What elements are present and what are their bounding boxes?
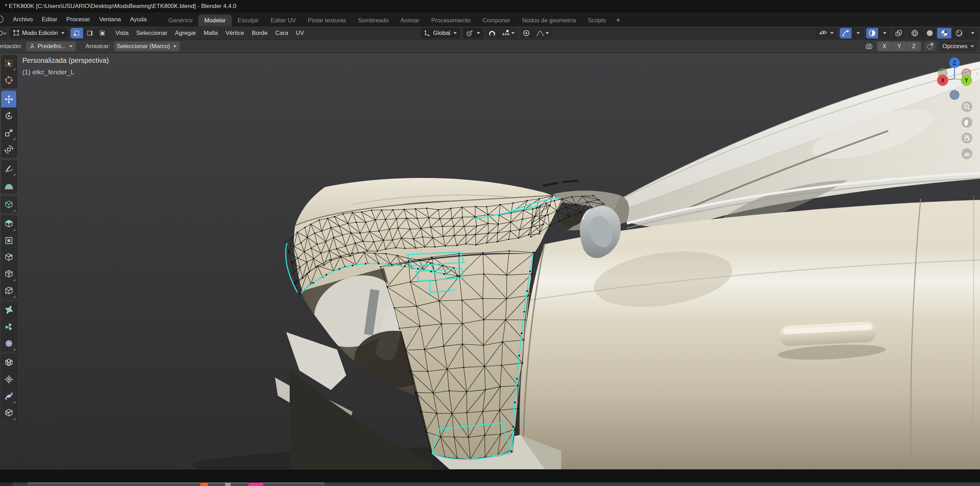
menu-ayuda[interactable]: Ayuda bbox=[126, 13, 151, 26]
gizmos-dropdown[interactable] bbox=[851, 28, 864, 38]
chevron-down-icon bbox=[511, 32, 515, 34]
tool-annotate[interactable] bbox=[1, 160, 16, 177]
svg-text:X: X bbox=[941, 78, 945, 83]
menu-procesar[interactable]: Procesar bbox=[62, 13, 95, 26]
tool-extrude-region[interactable] bbox=[1, 215, 16, 232]
falloff-curve-icon bbox=[536, 30, 545, 37]
tool-move[interactable] bbox=[1, 91, 16, 108]
blender-logo-icon[interactable] bbox=[0, 15, 3, 23]
show-hide-dropdown[interactable] bbox=[816, 28, 837, 38]
tool-transform[interactable] bbox=[1, 141, 16, 158]
tool-add-cube[interactable] bbox=[1, 196, 16, 213]
viewport-menu-seleccionar[interactable]: Seleccionar bbox=[133, 26, 171, 40]
proportional-falloff-dropdown[interactable] bbox=[532, 28, 552, 38]
gizmos-toggle[interactable] bbox=[840, 28, 851, 38]
overlays-toggle[interactable] bbox=[866, 28, 878, 38]
tool-select-box[interactable] bbox=[1, 55, 16, 71]
workspace-tab-nodos-de-geometría[interactable]: Nodos de geometría bbox=[516, 15, 582, 26]
taskbar-app-gray[interactable] bbox=[225, 483, 231, 486]
tool-rotate[interactable] bbox=[1, 108, 16, 124]
viewport-menu-cara[interactable]: Cara bbox=[272, 26, 292, 40]
edge-select-mode-button[interactable] bbox=[83, 28, 95, 38]
viewport-menu-borde[interactable]: Borde bbox=[248, 26, 271, 40]
editor-type-button[interactable] bbox=[0, 28, 7, 38]
chevron-down-icon bbox=[546, 32, 549, 34]
tool-cursor[interactable] bbox=[1, 71, 16, 88]
workspace-tab-editar-uv[interactable]: Editar UV bbox=[264, 15, 302, 26]
tool-shear[interactable] bbox=[1, 388, 16, 404]
mirror-axis-x[interactable]: X bbox=[877, 41, 892, 51]
transform-orientation-dropdown[interactable]: Global bbox=[420, 28, 460, 38]
orientation-preset-dropdown[interactable]: Predefini... bbox=[26, 41, 76, 51]
os-taskbar-sliver bbox=[0, 483, 980, 486]
navigation-gizmo[interactable]: Z X Y bbox=[933, 54, 976, 101]
tool-poly-build[interactable] bbox=[1, 302, 16, 318]
pan-icon bbox=[963, 118, 972, 127]
viewport-3d[interactable]: Personalizada (perspectiva) (1) etkc_fen… bbox=[0, 53, 980, 469]
viewport-menu-uv[interactable]: UV bbox=[292, 26, 308, 40]
rendered-sphere-icon bbox=[955, 29, 963, 37]
tool-spin[interactable] bbox=[1, 318, 16, 335]
vertex-select-mode-button[interactable] bbox=[70, 28, 83, 38]
nav-camera-view-button[interactable] bbox=[961, 133, 972, 143]
overlays-dropdown[interactable] bbox=[878, 28, 890, 38]
menu-ventana[interactable]: Ventana bbox=[95, 13, 125, 26]
workspace-tab-scripts[interactable]: Scripts bbox=[582, 15, 612, 26]
viewport-menu-malla[interactable]: Malla bbox=[200, 26, 222, 40]
snap-toggle[interactable] bbox=[486, 28, 498, 38]
menu-archivo[interactable]: Archivo bbox=[8, 13, 37, 26]
snap-increment-icon bbox=[501, 30, 511, 37]
tool-scale[interactable] bbox=[1, 124, 16, 141]
tool-knife[interactable] bbox=[1, 282, 16, 299]
options-dropdown[interactable]: Opciones bbox=[939, 41, 977, 51]
nav-pan-button[interactable] bbox=[961, 117, 972, 128]
shading-material-button[interactable] bbox=[937, 28, 951, 38]
snap-base-button[interactable] bbox=[924, 41, 936, 51]
mirror-axis-group: XYZ bbox=[877, 41, 921, 51]
window-title: * ETK800K [C:\Users\USUARIO\Desktop\Mods… bbox=[5, 3, 236, 10]
tool-bevel[interactable] bbox=[1, 249, 16, 265]
shading-rendered-button[interactable] bbox=[951, 28, 966, 38]
drag-mode-dropdown[interactable]: Seleccionar (Marco) bbox=[114, 41, 180, 51]
workspace-tab-genérico[interactable]: Genérico bbox=[162, 15, 198, 26]
shading-wireframe-button[interactable] bbox=[907, 28, 922, 38]
viewport-menu-agregar[interactable]: Agregar bbox=[171, 26, 200, 40]
proportional-edit-toggle[interactable] bbox=[520, 28, 532, 38]
face-select-mode-button[interactable] bbox=[95, 28, 108, 38]
workspace-tab-procesamiento[interactable]: Procesamiento bbox=[425, 15, 476, 26]
mode-dropdown[interactable]: Modo Edición bbox=[10, 28, 68, 38]
shading-solid-button[interactable] bbox=[922, 28, 937, 38]
viewport-menu-vértice[interactable]: Vértice bbox=[222, 26, 248, 40]
tool-loop-cut[interactable] bbox=[1, 265, 16, 282]
viewport-menu-vista[interactable]: Vista bbox=[112, 26, 133, 40]
nav-zoom-button[interactable] bbox=[961, 101, 972, 112]
mirror-axis-y[interactable]: Y bbox=[892, 41, 906, 51]
status-strip bbox=[0, 469, 980, 483]
workspace-tab-esculpir[interactable]: Esculpir bbox=[232, 15, 264, 26]
workspace-tab-animar[interactable]: Animar bbox=[395, 15, 425, 26]
tool-edge-slide[interactable] bbox=[1, 354, 16, 371]
chevron-down-icon bbox=[970, 45, 974, 48]
menu-editar[interactable]: Editar bbox=[37, 13, 62, 26]
add-workspace-button[interactable]: + bbox=[612, 15, 624, 26]
mirror-butterfly-icon[interactable] bbox=[864, 42, 874, 51]
pivot-point-dropdown[interactable] bbox=[463, 28, 484, 38]
tool-measure[interactable] bbox=[1, 177, 16, 194]
tool-smooth[interactable] bbox=[1, 335, 16, 352]
workspace-tab-modelar[interactable]: Modelar bbox=[198, 15, 231, 26]
shading-dropdown[interactable] bbox=[966, 28, 978, 38]
nav-grid-ortho-button[interactable] bbox=[961, 148, 972, 159]
taskbar-app-pink[interactable] bbox=[248, 483, 263, 486]
workspace-tab-componer[interactable]: Componer bbox=[477, 15, 516, 26]
viewport-canvas[interactable] bbox=[0, 53, 980, 469]
sidebar-collapse-arrow[interactable]: ‹ bbox=[976, 69, 980, 78]
tool-inset-faces[interactable] bbox=[1, 232, 16, 249]
workspace-tab-pintar-texturas[interactable]: Pintar texturas bbox=[302, 15, 352, 26]
tool-bisect[interactable] bbox=[1, 404, 16, 421]
taskbar-app-orange[interactable] bbox=[200, 483, 208, 486]
workspace-tab-sombreado[interactable]: Sombreado bbox=[352, 15, 395, 26]
xray-toggle[interactable] bbox=[893, 28, 905, 38]
mirror-axis-z[interactable]: Z bbox=[906, 41, 921, 51]
snap-settings-dropdown[interactable] bbox=[498, 28, 517, 38]
tool-shrink-fatten[interactable] bbox=[1, 371, 16, 388]
